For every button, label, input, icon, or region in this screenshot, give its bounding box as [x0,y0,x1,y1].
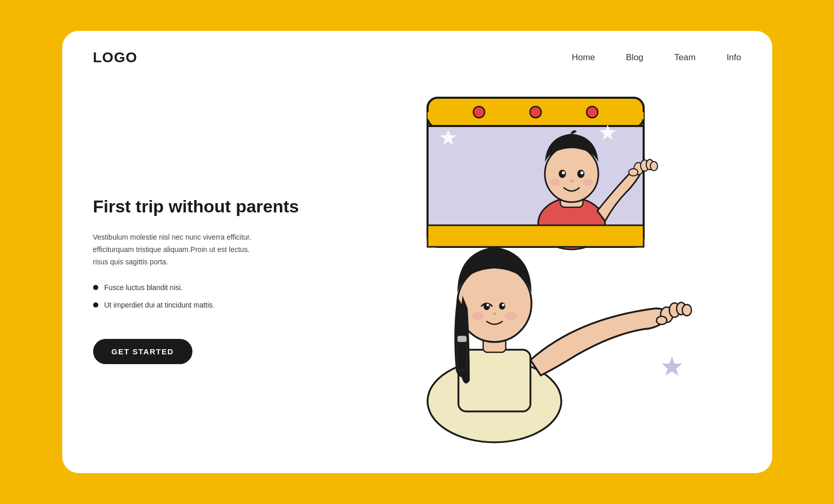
hero-illustration [340,76,741,453]
svg-point-5 [587,106,598,118]
svg-point-4 [530,106,541,118]
nav-item-info[interactable]: Info [726,52,741,63]
svg-point-34 [505,312,517,320]
svg-rect-22 [428,225,644,247]
nav-link-team[interactable]: Team [675,52,696,62]
svg-point-40 [656,316,667,325]
bullet-item-1: Fusce luctus blandit nisi. [93,283,340,292]
nav-links: Home Blog Team Info [572,52,741,63]
desc-line1: Vestibulum molestie nisl nec nunc viverr… [93,233,252,241]
nav-item-home[interactable]: Home [572,52,595,63]
main-content: First trip without parents Vestibulum mo… [62,76,772,473]
navbar: LOGO Home Blog Team Info [62,31,772,76]
svg-point-32 [492,312,496,315]
svg-point-15 [550,179,560,186]
svg-point-9 [545,146,598,202]
hero-left: First trip without parents Vestibulum mo… [93,76,340,453]
nav-link-info[interactable]: Info [726,52,741,62]
svg-rect-35 [457,336,467,342]
hero-headline: First trip without parents [93,195,340,218]
illustration-svg [381,82,700,453]
illustration-wrapper [381,82,700,453]
logo: LOGO [93,49,137,66]
svg-point-29 [499,302,505,310]
cta-button[interactable]: GET STARTED [93,339,192,364]
desc-line3: risus quis sagittis porta. [93,258,168,266]
svg-point-16 [583,179,593,186]
desc-line2: efficiturquam tristique aliquam.Proin ut… [93,245,250,254]
svg-point-33 [472,312,484,320]
svg-point-14 [570,179,574,183]
bullet-list: Fusce luctus blandit nisi. Ut imperdiet … [93,283,340,318]
bullet-item-2: Ut imperdiet dui at tincidunt mattis. [93,301,340,309]
svg-point-13 [580,171,583,174]
svg-point-21 [629,169,638,176]
svg-point-12 [562,171,565,174]
svg-point-30 [486,304,489,307]
main-card: LOGO Home Blog Team Info First trip with… [62,31,772,473]
bullet-text-1: Fusce luctus blandit nisi. [104,283,183,292]
nav-link-blog[interactable]: Blog [626,52,644,62]
svg-point-3 [473,106,485,118]
svg-rect-27 [457,339,467,370]
hero-description: Vestibulum molestie nisl nec nunc viverr… [93,231,278,268]
bullet-text-2: Ut imperdiet dui at tincidunt mattis. [104,301,215,309]
svg-point-28 [484,303,490,310]
nav-item-blog[interactable]: Blog [626,52,644,63]
svg-point-20 [650,161,658,171]
nav-item-team[interactable]: Team [675,52,696,63]
svg-point-31 [502,304,504,307]
svg-point-39 [682,304,691,316]
nav-link-home[interactable]: Home [572,52,595,62]
